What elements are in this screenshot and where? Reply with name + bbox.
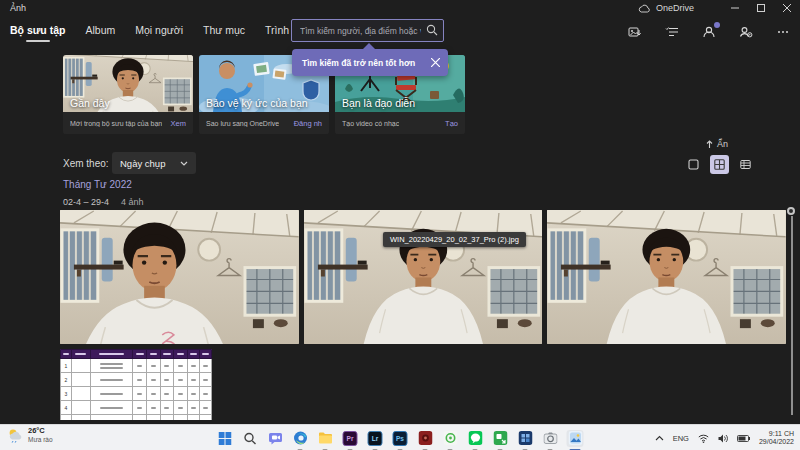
director-card-subtitle: Tạo video có nhạc [342,120,399,127]
sort-dropdown-value: Ngày chụp [120,158,165,169]
notification-badge [714,22,720,28]
account-notification-button[interactable] [700,23,718,41]
arrow-up-icon [706,140,713,148]
maximize-button[interactable] [748,0,774,16]
battery-icon[interactable] [737,435,750,442]
blue-grid-app-icon[interactable] [517,430,534,447]
import-button[interactable] [626,23,644,41]
edge-icon[interactable] [292,430,309,447]
green-share-app-icon[interactable] [492,430,509,447]
weather-temp: 26°C [28,427,53,436]
line-app-icon[interactable] [467,430,484,447]
red-media-app-icon[interactable] [417,430,434,447]
tab-people[interactable]: Mọi người [135,20,183,44]
date-range-row: 02-4 – 29-4 4 ảnh [63,197,144,207]
tray-time: 9:11 CH [769,430,794,438]
onedrive-status[interactable]: OneDrive [638,3,694,13]
recent-card-title: Gần đây [70,97,110,109]
director-card-link[interactable]: Tạo [440,119,458,128]
teams-chat-icon[interactable] [267,430,284,447]
director-card-title: Bạn là đạo diễn [342,97,415,109]
collapse-label: Ẩn [717,139,728,149]
navigation-bar: Bộ sưu tập Album Mọi người Thư mục Trình… [0,16,800,48]
select-button[interactable] [663,23,681,41]
photoshop-icon[interactable]: Ps [392,430,409,447]
grid-view-button[interactable] [710,155,729,174]
minimize-button[interactable] [722,0,748,16]
weather-condition: Mưa rào [28,436,53,443]
tooltip-text: Tìm kiếm đã trở nên tốt hơn [302,58,415,68]
date-range: 02-4 – 29-4 [63,197,109,207]
photo-count: 4 ảnh [121,197,144,207]
filename-tooltip: WIN_20220429_20_02_37_Pro (2).jpg [383,232,526,247]
onedrive-label: OneDrive [656,3,694,13]
people-settings-button[interactable] [737,23,755,41]
details-view-button[interactable] [736,155,755,174]
camera-app-icon[interactable] [542,430,559,447]
wifi-icon[interactable] [698,434,709,443]
file-explorer-icon[interactable] [317,430,334,447]
more-button[interactable] [774,23,792,41]
timeline-scrollbar-track[interactable] [791,216,793,415]
quik-app-icon[interactable] [442,430,459,447]
tray-date: 29/04/2022 [759,438,794,446]
weather-widget[interactable]: 26°C Mưa rào [7,427,53,443]
timeline-scrollbar-knob[interactable] [787,207,795,215]
view-by-label: Xem theo: [63,158,109,169]
premiere-pro-icon[interactable]: Pr [342,430,359,447]
lightroom-icon[interactable]: Lr [367,430,384,447]
card-recent[interactable]: Gần đây Mới trong bộ sưu tập của bạn Xem [63,55,193,134]
cloud-icon [638,4,651,13]
tab-album[interactable]: Album [85,20,115,44]
photo-thumbnail-3[interactable] [547,210,786,344]
system-tray: ENG 9:11 CH 29/04/2022 [655,425,794,450]
taskbar-icons: Pr Lr Ps [217,425,584,450]
recent-card-subtitle: Mới trong bộ sưu tập của bạn [70,120,162,127]
chevron-down-icon [180,161,188,166]
taskbar-search-icon[interactable] [242,430,259,447]
tab-collection[interactable]: Bộ sưu tập [10,20,65,44]
tray-expand-icon[interactable] [655,435,664,441]
search-input[interactable] [291,19,444,42]
volume-icon[interactable] [718,434,728,443]
backup-card-link[interactable]: Đăng nh [289,119,322,128]
titlebar: Ảnh OneDrive [0,0,800,16]
search-icon[interactable] [426,24,438,36]
search-box [291,19,444,42]
close-button[interactable] [774,0,800,16]
photo-thumbnail-4-table[interactable]: 1234 [60,349,212,420]
photos-app-window: Ảnh OneDrive Bộ sưu tập Album Mọi người … [0,0,800,450]
tooltip-close-icon[interactable] [431,58,440,67]
language-indicator[interactable]: ENG [673,434,689,443]
backup-card-subtitle: Sao lưu sang OneDrive [206,120,279,127]
sort-dropdown[interactable]: Ngày chụp [112,152,196,174]
tab-folders[interactable]: Thư mục [203,20,245,44]
taskbar: 26°C Mưa rào Pr Lr Ps ENG [0,424,800,450]
search-improved-tooltip: Tìm kiếm đã trở nên tốt hơn [292,49,448,76]
photos-app-icon[interactable] [567,430,584,447]
start-button[interactable] [217,430,234,447]
collapse-link[interactable]: Ẩn [706,139,728,149]
month-header[interactable]: Tháng Tư 2022 [63,179,132,190]
photo-thumbnail-1[interactable] [60,210,299,344]
weather-icon [7,427,23,443]
photo-thumbnail-2[interactable] [304,210,543,344]
recent-card-link[interactable]: Xem [166,119,186,128]
view-mode-buttons [684,155,755,174]
clock[interactable]: 9:11 CH 29/04/2022 [759,430,794,447]
backup-card-title: Bảo vệ ký ức của bạn [206,97,308,109]
app-title: Ảnh [10,3,26,13]
photo-grid [60,210,786,344]
select-mode-button[interactable] [684,155,703,174]
